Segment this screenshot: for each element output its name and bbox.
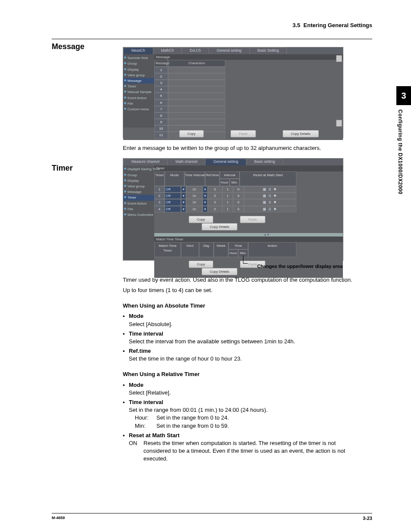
col: Time Interval	[184, 171, 205, 186]
col: Hour	[220, 179, 230, 186]
copy-details-button[interactable]: Copy Details	[202, 223, 237, 230]
sidebar-item[interactable]: Daylight Saving Time	[123, 166, 154, 172]
copy-button[interactable]: Copy	[179, 130, 204, 137]
chapter-title: Configuring the DX1000/DX2000	[396, 105, 407, 194]
sidebar-item[interactable]: Event Action	[123, 201, 154, 206]
rel-min-lbl: Min:	[135, 422, 156, 430]
sidebar-item[interactable]: Display	[123, 178, 154, 184]
cell[interactable]	[168, 100, 225, 106]
col: Ref.time	[205, 171, 220, 186]
sidebar-item[interactable]: Group	[123, 61, 154, 66]
scroll-up[interactable]	[336, 55, 342, 62]
panel-label: Match Time Timer	[154, 236, 343, 242]
abs-rt-k: Ref.time	[129, 348, 151, 354]
tab-basic[interactable]: Basic Setting	[249, 47, 287, 54]
cell[interactable]	[168, 73, 225, 80]
abs-mode-k: Mode	[129, 313, 143, 319]
rel-hour-v: Set in the range from 0 to 24.	[156, 414, 229, 422]
col: Timer	[154, 171, 165, 186]
sidebar-item[interactable]: Custom menu	[123, 106, 154, 112]
rel-min-v: Set in the range from 0 to 59.	[156, 422, 229, 430]
row-num: 5	[154, 93, 168, 99]
sidebar-item[interactable]: View group	[123, 72, 154, 78]
sidebar-item[interactable]: Message	[123, 78, 154, 84]
header-rule	[52, 39, 372, 39]
abs-title: When Using an Absolute Timer	[123, 302, 359, 310]
rel-reset-v: Resets the timer when computation is sta…	[143, 439, 359, 463]
sidebar-item[interactable]: Manual Sample	[123, 89, 154, 95]
timer-caption: Changes the upper/lower display area	[123, 263, 342, 270]
col: Interval	[220, 171, 240, 179]
tab-measch[interactable]: MeasCh	[123, 47, 153, 54]
tab-mathch[interactable]: MathCh	[153, 47, 182, 54]
row-num: 2	[154, 73, 168, 80]
tab[interactable]: Basic setting	[246, 159, 283, 165]
sidebar-item[interactable]: Timer	[123, 84, 154, 89]
sidebar-item[interactable]: Summer time	[123, 55, 154, 61]
col-characters: Characters	[168, 60, 225, 66]
col-message: Message	[154, 60, 168, 66]
col: Time	[228, 242, 248, 249]
row-num: 3	[154, 80, 168, 86]
row-num: 8	[154, 112, 168, 119]
header-section: 3.5	[293, 22, 300, 28]
sidebar-item[interactable]: Message	[123, 189, 154, 195]
copy-button[interactable]: Copy	[189, 216, 213, 223]
cell[interactable]	[168, 119, 225, 125]
cell[interactable]	[168, 67, 225, 73]
col: Day	[199, 242, 214, 257]
sidebar-item[interactable]: Timer	[123, 195, 154, 200]
timer-heading: Timer	[52, 163, 73, 174]
chapter-tab: 3 Configuring the DX1000/DX2000	[396, 86, 411, 194]
rel-hour-lbl: Hour:	[135, 414, 156, 422]
cell[interactable]	[168, 93, 225, 99]
abs-ti-k: Time interval	[129, 330, 163, 337]
timer-desc2: Up to four timers (1 to 4) can be set.	[123, 286, 359, 294]
tab-general[interactable]: General setting	[209, 47, 250, 54]
copy-details-button[interactable]: Copy Details	[283, 130, 318, 137]
footer: M-4659 3-23	[52, 513, 372, 522]
row-num: 4	[154, 86, 168, 93]
split-handle[interactable]	[154, 233, 343, 236]
footer-left: M-4659	[52, 515, 65, 522]
sidebar-item[interactable]: Group	[123, 172, 154, 178]
cell[interactable]	[168, 106, 225, 112]
row-num: 9	[154, 119, 168, 125]
col: Match Time Timer	[154, 242, 181, 257]
col: Week	[214, 242, 228, 257]
col: Reset at Math Start	[240, 171, 296, 186]
sidebar-item[interactable]: File	[123, 206, 154, 212]
sidebar-item[interactable]: File	[123, 101, 154, 106]
cell[interactable]	[168, 80, 225, 86]
tab[interactable]: Math channel	[167, 159, 206, 165]
abs-rt-v: Set the time in the range of hour 0 to h…	[129, 355, 359, 363]
tab-bar: MeasCh MathCh Ext.Ch General setting Bas…	[123, 47, 343, 54]
paste-button[interactable]: Paste	[230, 130, 255, 137]
timer-screenshot: Measure channel Math channel General set…	[123, 158, 343, 261]
col: Hour	[228, 249, 238, 257]
sidebar-item[interactable]: Event Action	[123, 95, 154, 101]
rel-reset-k: Reset at Math Start	[129, 432, 180, 439]
cell[interactable]	[168, 86, 225, 93]
sidebar-item[interactable]: Menu Customize	[123, 212, 154, 218]
row-num: 1	[154, 67, 168, 73]
rel-title: When Using a Relative Timer	[123, 370, 359, 378]
cell[interactable]	[168, 112, 225, 119]
paste-button[interactable]: Paste	[240, 216, 265, 223]
footer-right: 3-23	[363, 515, 372, 522]
tab-extch[interactable]: Ext.Ch	[181, 47, 209, 54]
panel-label: Message	[154, 54, 343, 60]
col: Kind	[181, 242, 199, 257]
col: Action	[248, 242, 296, 257]
sidebar-item[interactable]: Display	[123, 67, 154, 72]
sidebar-item[interactable]: View group	[123, 184, 154, 189]
rel-mode-v: Select [Relative].	[129, 389, 359, 397]
tab[interactable]: Measure channel	[123, 159, 168, 165]
sidebar: Summer time Group Display View group Mes…	[123, 54, 154, 128]
rel-reset-on: ON	[129, 439, 143, 463]
abs-mode-v: Select [Absolute].	[129, 320, 359, 328]
tab[interactable]: General setting	[205, 159, 246, 165]
rel-ti-v: Set in the range from 00:01 (1 min.) to …	[129, 406, 359, 414]
abs-ti-v: Select the interval from the available s…	[129, 338, 359, 345]
scroll-down[interactable]	[336, 120, 342, 127]
